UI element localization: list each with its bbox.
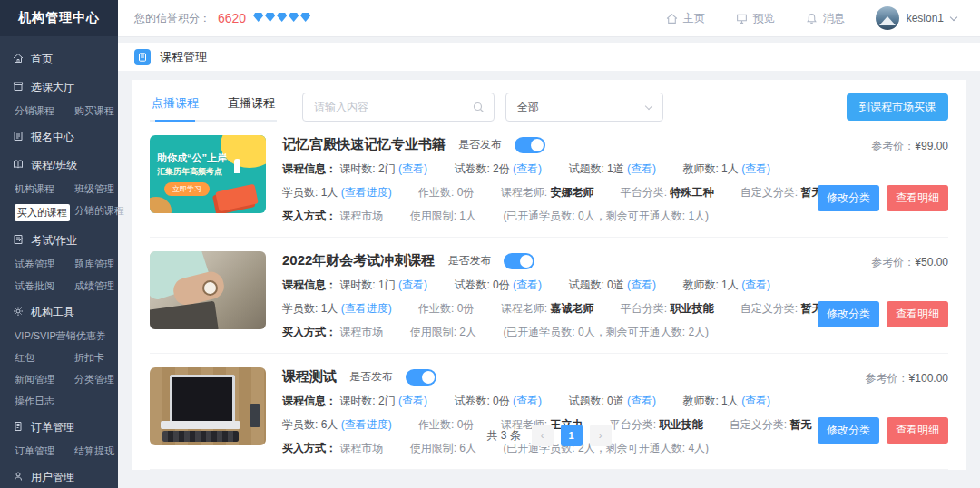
view-link[interactable]: (查看): [398, 278, 427, 291]
go-market-button[interactable]: 到课程市场买课: [847, 93, 948, 121]
sidebar-item-org-tools[interactable]: 机构工具: [13, 303, 118, 321]
view-link[interactable]: (查看): [627, 162, 656, 175]
view-link[interactable]: (查看): [513, 278, 542, 291]
price-value: ¥100.00: [909, 372, 948, 385]
view-link[interactable]: (查看): [398, 162, 427, 175]
course-row: 课程测试 是否发布 课程信息： 课时数: 2门 (查看) 试卷数: 0份 (查看…: [150, 354, 948, 470]
view-link[interactable]: (查看): [627, 278, 656, 291]
sidebar-item-course-class[interactable]: 课程/班级: [13, 156, 118, 174]
sidebar-subgroup: 订单管理 结算提现: [15, 444, 118, 458]
sidebar-item-label: 用户管理: [31, 470, 74, 485]
sidebar-subgroup: 机构课程 班级管理 买入的课程 分销的课程: [15, 182, 118, 221]
thumb-cta-button: 立即学习: [164, 182, 210, 196]
decor-watch: [202, 280, 218, 296]
sidebar-item-label: 订单管理: [31, 420, 74, 435]
course-thumbnail-photo[interactable]: [150, 251, 266, 329]
topbar-message-link[interactable]: 消息: [806, 11, 845, 26]
credit-score: 您的信誉积分： 6620: [134, 11, 312, 26]
course-row: 2022年财会考试冲刺课程 是否发布 课程信息： 课时数: 1门 (查看) 试卷…: [150, 238, 948, 354]
view-progress-link[interactable]: (查看进度): [341, 186, 392, 199]
modify-category-button[interactable]: 修改分类: [818, 185, 879, 211]
sidebar-item-score-mgmt[interactable]: 成绩管理: [74, 279, 118, 293]
sidebar-item-org-courses[interactable]: 机构课程: [15, 182, 67, 196]
chevron-down-icon: [645, 102, 652, 109]
modify-category-button[interactable]: 修改分类: [818, 301, 879, 327]
sidebar-item-news-mgmt[interactable]: 新闻管理: [15, 373, 67, 386]
sidebar-item-vip-coupons[interactable]: VIP/SVIP营销优惠券: [15, 329, 118, 343]
sidebar-item-signup-center[interactable]: 报名中心: [13, 128, 118, 146]
course-stats-line: 课程信息： 课时数: 2门 (查看) 试卷数: 0份 (查看) 试题数: 0道 …: [282, 394, 773, 409]
publish-toggle[interactable]: [504, 253, 534, 269]
toolbar: 点播课程 直播课程 全部 到课程市场买课: [150, 93, 948, 122]
sidebar-subgroup: 试卷管理 题库管理 试卷批阅 成绩管理: [15, 258, 118, 293]
view-detail-button[interactable]: 查看明细: [887, 301, 948, 327]
sidebar-item-operation-log[interactable]: 操作日志: [15, 395, 118, 408]
pagination-prev-button[interactable]: ‹: [532, 425, 554, 446]
page-header: 课程管理: [118, 43, 980, 71]
sidebar-item-category-mgmt[interactable]: 分类管理: [74, 373, 118, 386]
view-link[interactable]: (查看): [741, 395, 770, 407]
sidebar-item-red-packet[interactable]: 红包: [15, 351, 67, 365]
sidebar-item-order-mgmt[interactable]: 订单管理: [15, 444, 67, 458]
search-icon[interactable]: [473, 102, 485, 113]
view-link[interactable]: (查看): [627, 395, 656, 407]
view-link[interactable]: (查看): [513, 395, 542, 407]
gem-icon: [300, 13, 310, 22]
sidebar-item-exam-homework[interactable]: 考试/作业: [13, 231, 118, 249]
thumb-headline: 助你成“公”上岸: [157, 151, 227, 165]
order-icon: [13, 421, 24, 434]
sidebar-item-distributed-courses[interactable]: 分销的课程: [74, 204, 124, 221]
gem-icon: [265, 13, 275, 22]
publish-toggle[interactable]: [406, 369, 436, 386]
teacher-name: 嘉诚老师: [550, 302, 593, 315]
sidebar-item-paper-mgmt[interactable]: 试卷管理: [15, 258, 67, 271]
topbar-preview-label: 预览: [753, 11, 775, 26]
form-icon: [13, 131, 24, 144]
topbar-preview-link[interactable]: 预览: [736, 11, 775, 26]
sidebar-item-user-mgmt-section[interactable]: 用户管理: [13, 468, 118, 486]
gem-icons: [253, 12, 312, 24]
view-detail-button[interactable]: 查看明细: [887, 185, 948, 211]
sidebar-item-purchased-courses[interactable]: 买入的课程: [15, 204, 70, 221]
price-label: 参考价：: [871, 140, 915, 152]
teacher-name: 安娜老师: [550, 186, 593, 199]
publish-toggle[interactable]: [514, 137, 545, 153]
sidebar-item-buy-courses[interactable]: 购买课程: [74, 104, 118, 118]
search-box: [302, 93, 495, 122]
username: kesion1: [906, 12, 944, 24]
course-stats-line: 课程信息： 课时数: 1门 (查看) 试卷数: 0份 (查看) 试题数: 0道 …: [282, 278, 773, 293]
view-link[interactable]: (查看): [513, 162, 542, 175]
price-label: 参考价：: [866, 372, 909, 385]
pagination-next-button[interactable]: ›: [590, 425, 612, 446]
sidebar-item-home[interactable]: 首页: [13, 50, 118, 68]
sidebar-item-question-bank[interactable]: 题库管理: [74, 258, 118, 271]
sidebar-item-order-mgmt-section[interactable]: 订单管理: [13, 418, 118, 436]
sidebar-item-discount-card[interactable]: 折扣卡: [74, 351, 118, 365]
user-menu[interactable]: kesion1: [876, 6, 956, 30]
search-input[interactable]: [312, 100, 466, 114]
view-progress-link[interactable]: (查看进度): [341, 302, 392, 315]
main-area: 课程管理 点播课程 直播课程 全部 到课程市场买课: [118, 37, 980, 488]
course-buy-line: 买入方式： 课程市场 使用限制: 1人 (已开通学员数: 0人，剩余可开通人数:…: [282, 209, 773, 224]
sidebar-item-class-mgmt[interactable]: 班级管理: [74, 182, 124, 196]
user-icon: [13, 471, 24, 484]
sidebar-item-distribute-courses[interactable]: 分销课程: [15, 104, 67, 118]
topbar-home-link[interactable]: 主页: [666, 11, 705, 26]
view-link[interactable]: (查看): [398, 395, 427, 407]
pagination-page-1[interactable]: 1: [561, 425, 583, 446]
decor-person: [234, 159, 240, 173]
tab-live-courses[interactable]: 直播课程: [226, 93, 277, 112]
publish-label: 是否发布: [349, 369, 393, 385]
price-value: ¥99.00: [915, 140, 948, 152]
sidebar-item-course-hall[interactable]: 选课大厅: [13, 78, 118, 96]
tab-vod-courses[interactable]: 点播课程: [150, 93, 201, 112]
course-tabs: 点播课程 直播课程: [150, 93, 277, 122]
sidebar-item-paper-review[interactable]: 试卷批阅: [15, 279, 67, 293]
info-label: 课程信息：: [282, 162, 337, 175]
view-link[interactable]: (查看): [741, 278, 770, 291]
sidebar-item-settlement[interactable]: 结算提现: [74, 444, 118, 458]
category-select[interactable]: 全部: [505, 93, 663, 122]
view-link[interactable]: (查看): [741, 162, 770, 175]
price-label: 参考价：: [871, 256, 915, 268]
course-thumbnail-promo[interactable]: 助你成“公”上岸 汇集历年高频考点 立即学习: [150, 135, 266, 213]
